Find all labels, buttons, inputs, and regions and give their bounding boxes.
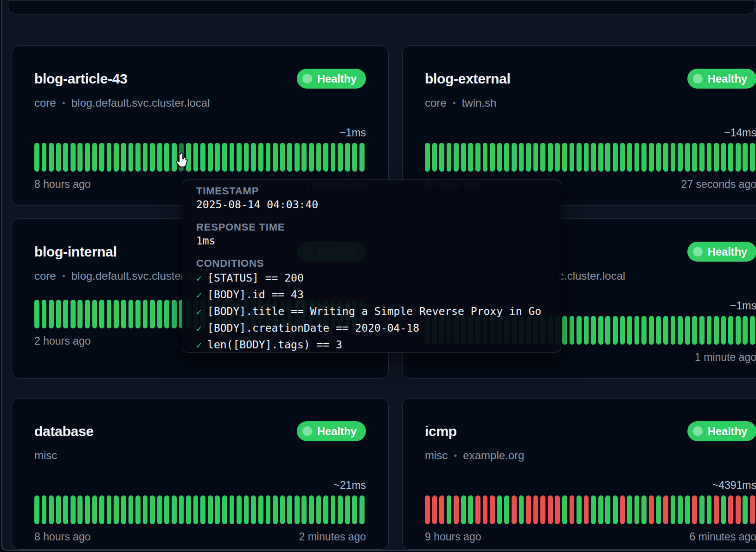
uptime-bar[interactable]	[150, 495, 155, 524]
uptime-bar[interactable]	[222, 495, 227, 524]
uptime-bar[interactable]	[164, 495, 169, 524]
uptime-bar[interactable]	[555, 143, 560, 172]
uptime-bar[interactable]	[193, 495, 199, 524]
uptime-bar[interactable]	[128, 495, 134, 524]
uptime-bar[interactable]	[627, 316, 632, 345]
uptime-bar[interactable]	[172, 300, 177, 328]
uptime-bar[interactable]	[316, 495, 321, 524]
uptime-bar[interactable]	[540, 143, 545, 172]
uptime-bar[interactable]	[671, 495, 676, 524]
uptime-bar[interactable]	[34, 300, 39, 328]
uptime-bar[interactable]	[432, 495, 437, 524]
uptime-bar[interactable]	[750, 143, 755, 172]
uptime-bar[interactable]	[714, 495, 719, 524]
uptime-bar[interactable]	[533, 143, 538, 172]
uptime-bar[interactable]	[519, 495, 524, 524]
uptime-bar[interactable]	[512, 143, 517, 172]
uptime-bar[interactable]	[605, 495, 610, 524]
uptime-bar[interactable]	[685, 143, 690, 172]
uptime-bar[interactable]	[287, 495, 292, 524]
uptime-bar[interactable]	[641, 316, 647, 345]
uptime-bar[interactable]	[352, 143, 357, 172]
uptime-bar[interactable]	[287, 143, 292, 172]
uptime-bar[interactable]	[266, 495, 271, 524]
uptime-bar[interactable]	[56, 495, 61, 524]
uptime-bar[interactable]	[656, 143, 661, 172]
uptime-bar[interactable]	[345, 143, 350, 172]
uptime-bar[interactable]	[490, 495, 495, 524]
uptime-bar[interactable]	[237, 143, 242, 172]
uptime-bar[interactable]	[461, 143, 466, 172]
uptime-bar[interactable]	[526, 495, 531, 524]
uptime-bar[interactable]	[634, 143, 640, 172]
uptime-bar[interactable]	[425, 143, 430, 172]
uptime-bar[interactable]	[721, 316, 726, 345]
uptime-bar[interactable]	[649, 316, 654, 345]
uptime-bar[interactable]	[237, 495, 242, 524]
uptime-bar[interactable]	[519, 143, 524, 172]
uptime-bar[interactable]	[526, 143, 531, 172]
uptime-bar[interactable]	[656, 316, 661, 345]
uptime-bar[interactable]	[468, 143, 473, 172]
uptime-bar[interactable]	[591, 316, 596, 345]
uptime-bar[interactable]	[598, 495, 603, 524]
uptime-bar[interactable]	[728, 316, 733, 345]
uptime-bar[interactable]	[208, 495, 213, 524]
uptime-bar[interactable]	[266, 143, 271, 172]
uptime-bar[interactable]	[49, 495, 54, 524]
uptime-bar[interactable]	[230, 143, 235, 172]
uptime-bar[interactable]	[562, 316, 567, 345]
uptime-bar[interactable]	[649, 495, 654, 524]
uptime-bar[interactable]	[143, 495, 148, 524]
uptime-bar[interactable]	[316, 143, 321, 172]
uptime-bar[interactable]	[309, 143, 314, 172]
uptime-bar[interactable]	[548, 495, 553, 524]
uptime-bar[interactable]	[99, 300, 104, 328]
uptime-bar[interactable]	[692, 316, 697, 345]
uptime-bar[interactable]	[42, 300, 47, 328]
uptime-bar[interactable]	[338, 143, 343, 172]
uptime-bar[interactable]	[56, 300, 61, 328]
uptime-bar[interactable]	[200, 143, 205, 172]
uptime-bar[interactable]	[570, 143, 575, 172]
uptime-bar[interactable]	[135, 300, 141, 328]
uptime-bar[interactable]	[85, 300, 90, 328]
uptime-bar[interactable]	[215, 495, 220, 524]
uptime-bar[interactable]	[70, 300, 76, 328]
uptime-bar[interactable]	[577, 495, 582, 524]
uptime-bar[interactable]	[63, 143, 68, 172]
uptime-bar[interactable]	[114, 143, 119, 172]
uptime-bar[interactable]	[461, 495, 466, 524]
uptime-bar[interactable]	[678, 495, 683, 524]
uptime-bar[interactable]	[483, 143, 488, 172]
uptime-bar[interactable]	[641, 143, 647, 172]
uptime-bar[interactable]	[359, 495, 365, 524]
uptime-bar[interactable]	[475, 143, 481, 172]
uptime-bar[interactable]	[56, 143, 61, 172]
uptime-bar[interactable]	[331, 143, 336, 172]
uptime-bar[interactable]	[605, 316, 610, 345]
uptime-bar[interactable]	[77, 495, 83, 524]
uptime-bar[interactable]	[258, 495, 263, 524]
uptime-bar[interactable]	[432, 143, 437, 172]
uptime-bar[interactable]	[743, 495, 748, 524]
uptime-bar[interactable]	[678, 316, 683, 345]
uptime-bar[interactable]	[128, 143, 134, 172]
uptime-bar[interactable]	[678, 143, 683, 172]
service-card[interactable]: icmp Healthy misc • example.org ~4391ms …	[402, 398, 756, 550]
uptime-bar[interactable]	[193, 143, 199, 172]
uptime-bar[interactable]	[295, 143, 300, 172]
uptime-bar[interactable]	[135, 143, 141, 172]
uptime-bar[interactable]	[280, 495, 285, 524]
uptime-bar[interactable]	[634, 495, 640, 524]
uptime-bar[interactable]	[692, 495, 697, 524]
uptime-bar[interactable]	[222, 143, 227, 172]
uptime-bar[interactable]	[620, 495, 625, 524]
uptime-bar[interactable]	[331, 495, 336, 524]
uptime-bar[interactable]	[295, 495, 300, 524]
uptime-bar[interactable]	[107, 143, 112, 172]
uptime-bar[interactable]	[172, 495, 177, 524]
uptime-bar[interactable]	[301, 495, 307, 524]
uptime-bar[interactable]	[323, 143, 328, 172]
uptime-bar[interactable]	[627, 143, 632, 172]
